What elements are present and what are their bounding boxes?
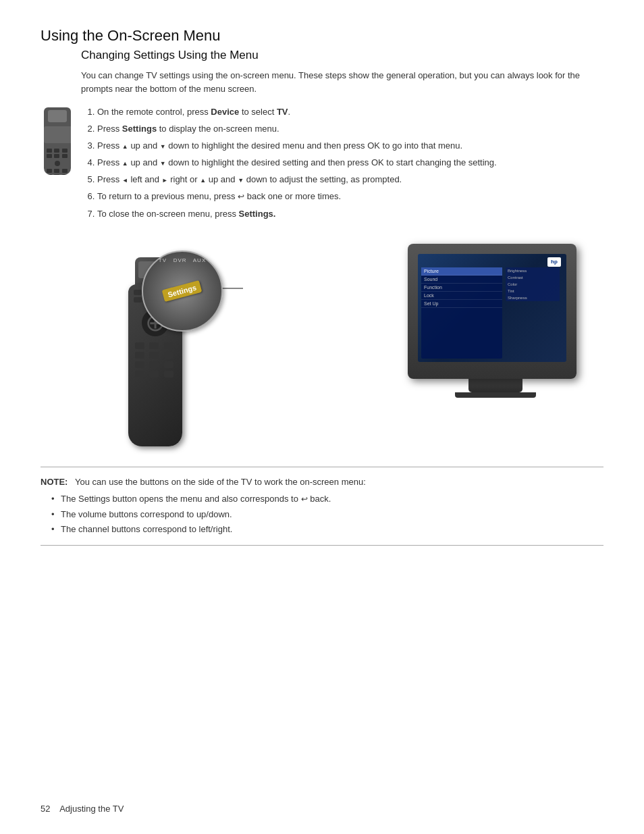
remote-num <box>135 352 144 359</box>
tv-sub-color: Color <box>506 281 560 288</box>
remote-num <box>164 342 173 349</box>
remote-small-numpad <box>44 167 71 175</box>
remote-small-btn <box>54 154 59 158</box>
remote-small-btn <box>47 169 52 173</box>
remote-small-screen <box>44 126 71 143</box>
arrow-down-icon <box>238 174 244 184</box>
tv-menu-item-picture: Picture <box>421 267 502 276</box>
note-label: NOTE: <box>41 477 68 487</box>
tv-submenu: Brightness Contrast Color Tint Sharpness <box>506 267 560 301</box>
remote-small-buttons <box>44 147 71 159</box>
tv-sub-brightness: Brightness <box>506 267 560 274</box>
note-section: NOTE: You can use the buttons on the sid… <box>41 467 603 546</box>
circle-arc-text: TV DVR AUX <box>143 257 221 263</box>
remote-small-icon <box>44 107 71 175</box>
arrow-down-icon <box>160 140 166 151</box>
remote-small-btn <box>47 149 52 153</box>
content-area: On the remote control, press Device to s… <box>41 105 603 224</box>
sub-title: Changing Settings Using the Menu <box>81 49 603 62</box>
note-intro: NOTE: You can use the buttons on the sid… <box>41 475 603 490</box>
arrow-up-icon <box>122 140 128 151</box>
tv-base <box>455 392 536 398</box>
steps-list: On the remote control, press Device to s… <box>81 105 603 221</box>
step-6: To return to a previous menu, press back… <box>97 189 603 204</box>
remote-small-btn <box>54 174 59 175</box>
arrow-right-icon <box>162 174 168 184</box>
settings-button-label: Settings <box>162 280 203 302</box>
arrow-down-icon <box>160 157 166 167</box>
remote-btn <box>134 290 142 295</box>
remote-small-btn <box>62 174 68 175</box>
steps-col: On the remote control, press Device to s… <box>81 105 603 224</box>
arrow-left-icon <box>122 174 128 184</box>
tv-body: hp Picture Sound Function Lock Set Up Br… <box>408 244 576 379</box>
step-4: Press up and down to highlight the desir… <box>97 155 603 170</box>
footer-text: Adjusting the TV <box>59 804 124 814</box>
tv-stand <box>468 379 522 392</box>
step1-bold1: Device <box>211 107 239 117</box>
intro-text: You can change TV settings using the on-… <box>81 69 603 95</box>
remote-icon-col <box>41 105 81 224</box>
tv-monitor-illustration: hp Picture Sound Function Lock Set Up Br… <box>408 244 583 406</box>
tv-menu-overlay: Picture Sound Function Lock Set Up <box>421 267 502 359</box>
note-bullet-2: The volume buttons correspond to up/down… <box>61 507 603 522</box>
remote-num <box>135 361 144 368</box>
remote-small-btn <box>47 174 52 175</box>
remote-small-btn <box>62 154 68 158</box>
step2-bold: Settings <box>122 124 157 134</box>
remote-small-btn <box>62 169 68 173</box>
remote-num <box>135 342 144 349</box>
remote-small-btn <box>54 169 59 173</box>
tv-sub-contrast: Contrast <box>506 274 560 281</box>
remote-num <box>149 342 159 349</box>
step-1: On the remote control, press Device to s… <box>97 105 603 120</box>
remote-num <box>164 352 173 359</box>
arrow-up-icon <box>122 157 128 167</box>
step-3: Press up and down to highlight the desir… <box>97 138 603 153</box>
step-2: Press Settings to display the on-screen … <box>97 122 603 136</box>
remote-num <box>164 371 173 377</box>
page-container: Using the On-Screen Menu Changing Settin… <box>0 0 644 579</box>
tv-sub-sharpness: Sharpness <box>506 294 560 301</box>
remote-small-btn <box>54 149 59 153</box>
hp-logo: hp <box>547 257 561 267</box>
back-arrow-icon <box>238 189 244 204</box>
note-bullet-3: The channel buttons correspond to left/r… <box>61 522 603 537</box>
step1-bold2: TV <box>277 107 288 117</box>
step7-bold: Settings. <box>239 209 276 219</box>
arrow-up-icon <box>200 174 206 184</box>
page-number: 52 <box>41 804 50 814</box>
remote-num <box>149 371 159 377</box>
settings-callout: TV DVR AUX Settings <box>142 251 230 338</box>
remote-small-btn <box>47 154 52 158</box>
illustration-area: TV DVR AUX Settings hp Picture Sound Fun… <box>81 237 603 453</box>
tv-menu-item-function: Function <box>421 284 502 292</box>
note-bullets-list: The Settings button opens the menu and a… <box>41 492 603 536</box>
step-7: To close the on-screen menu, press Setti… <box>97 207 603 221</box>
page-footer: 52 Adjusting the TV <box>41 804 124 814</box>
remote-num <box>135 371 144 377</box>
note-bullet-1: The Settings button opens the menu and a… <box>61 492 603 506</box>
tv-menu-item-lock: Lock <box>421 292 502 300</box>
main-title: Using the On-Screen Menu <box>41 27 603 45</box>
tv-sub-tint: Tint <box>506 288 560 294</box>
tv-screen: hp Picture Sound Function Lock Set Up Br… <box>418 254 566 362</box>
remote-small-dpad <box>55 161 60 166</box>
settings-circle: TV DVR AUX Settings <box>142 251 223 332</box>
remote-num <box>149 361 159 368</box>
remote-numpad <box>128 340 182 380</box>
back-arrow-icon <box>301 492 308 506</box>
remote-num <box>164 361 173 368</box>
tv-menu-item-sound: Sound <box>421 276 502 284</box>
remote-num <box>149 352 159 359</box>
step-5: Press left and right or up and down to a… <box>97 172 603 187</box>
note-intro-text: You can use the buttons on the side of t… <box>70 477 366 487</box>
tv-menu-item-setup: Set Up <box>421 300 502 308</box>
remote-btn <box>134 297 142 303</box>
remote-small-btn <box>62 149 68 153</box>
